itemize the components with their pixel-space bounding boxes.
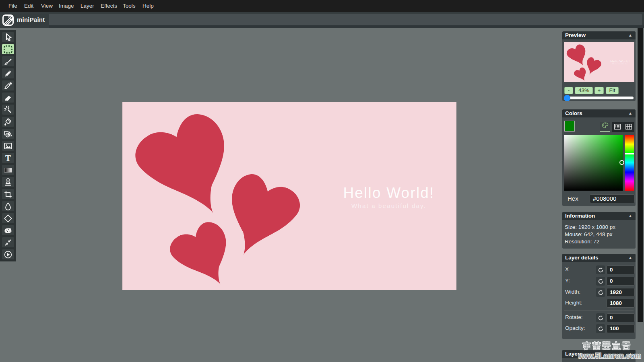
svg-text:What a beautiful day.: What a beautiful day. — [351, 202, 426, 209]
svg-text:www.5Lanren.com: www.5Lanren.com — [578, 352, 641, 360]
svg-text:Hello World!: Hello World! — [343, 185, 434, 201]
svg-text:T: T — [5, 154, 11, 162]
